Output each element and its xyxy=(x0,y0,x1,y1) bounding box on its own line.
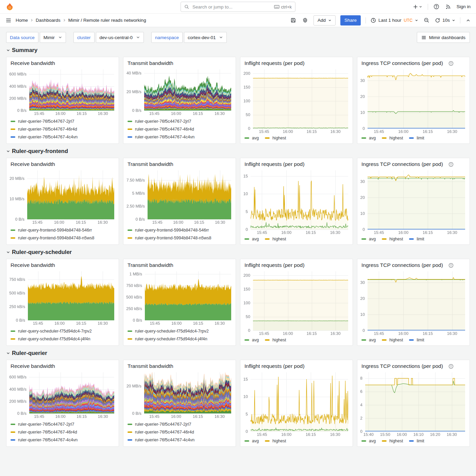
panel-title[interactable]: Transmit bandwidth xyxy=(128,161,173,167)
legend-item[interactable]: avg xyxy=(361,237,376,241)
filter-value-data-source[interactable]: Mimir xyxy=(40,32,66,43)
legend-item[interactable]: limit xyxy=(409,237,424,241)
legend-item[interactable]: ruler-query-frontend-5994b84748-n5ws8 xyxy=(128,234,232,242)
panel-title[interactable]: Inflight requests (per pod) xyxy=(244,161,305,167)
chart-canvas[interactable] xyxy=(8,269,116,326)
panel-title[interactable]: Transmit bandwidth xyxy=(128,363,173,369)
legend-item[interactable]: ruler-query-scheduler-f75d94dc4-j4f4n xyxy=(11,335,115,343)
legend-item[interactable]: limit xyxy=(409,439,424,443)
legend-item[interactable]: highest xyxy=(382,338,403,342)
refresh-picker[interactable]: 10s xyxy=(435,18,455,23)
legend-item[interactable]: ruler-query-scheduler-f75d94dc4-j4f4n xyxy=(128,335,232,343)
panel-title[interactable]: Inflight requests (per pod) xyxy=(244,363,305,369)
settings-gear-icon[interactable] xyxy=(302,17,309,24)
legend-item[interactable]: avg xyxy=(361,136,376,140)
legend-item[interactable]: ruler-querier-76f5c44767-4c4vn xyxy=(128,133,232,141)
panel-title[interactable]: Receive bandwidth xyxy=(11,363,55,369)
news-icon[interactable] xyxy=(445,3,452,10)
chart-canvas[interactable] xyxy=(125,67,233,117)
panel-title[interactable]: Ingress TCP connections (per pod) xyxy=(361,262,443,268)
menu-icon[interactable] xyxy=(5,17,12,24)
chart-canvas[interactable] xyxy=(359,168,467,236)
breadcrumb-item-home[interactable]: Home xyxy=(16,18,28,23)
info-icon[interactable] xyxy=(448,364,454,369)
legend-item[interactable]: highest xyxy=(265,338,286,342)
legend-item[interactable]: ruler-querier-76f5c44767-2jrl7 xyxy=(11,117,115,125)
panel-title[interactable]: Ingress TCP connections (per pod) xyxy=(361,161,443,167)
info-icon[interactable] xyxy=(448,263,454,268)
collapse-toolbar-icon[interactable] xyxy=(465,17,471,23)
legend-item[interactable]: ruler-query-frontend-5994b84748-546rr xyxy=(128,226,232,234)
info-icon[interactable] xyxy=(448,61,454,66)
legend-item[interactable]: ruler-querier-76f5c44767-46r4d xyxy=(128,125,232,133)
legend-item[interactable]: ruler-query-scheduler-f75d94dc4-7rpv2 xyxy=(128,327,232,335)
chart-canvas[interactable] xyxy=(125,370,233,420)
filter-value-namespace[interactable]: cortex-dev-01 xyxy=(184,32,227,43)
legend-item[interactable]: limit xyxy=(409,136,424,140)
legend-item[interactable]: ruler-querier-76f5c44767-4c4vn xyxy=(11,436,115,444)
grafana-logo[interactable] xyxy=(5,2,14,11)
breadcrumb-item-mimir-remote-ruler-reads-networking[interactable]: Mimir / Remote ruler reads networking xyxy=(68,18,146,23)
panel-title[interactable]: Receive bandwidth xyxy=(11,161,55,167)
legend-item[interactable]: avg xyxy=(244,439,259,443)
legend-item[interactable]: avg xyxy=(244,237,259,241)
filter-value-cluster[interactable]: dev-us-central-0 xyxy=(96,32,144,43)
add-button[interactable]: Add xyxy=(313,15,336,26)
legend-item[interactable]: highest xyxy=(265,136,286,140)
chart-canvas[interactable] xyxy=(359,67,467,135)
sign-in-link[interactable]: Sign in xyxy=(457,4,471,9)
chart-canvas[interactable] xyxy=(8,168,116,225)
legend-item[interactable]: ruler-query-frontend-5994b84748-546rr xyxy=(11,226,115,234)
chart-canvas[interactable] xyxy=(242,370,350,438)
legend-item[interactable]: ruler-querier-76f5c44767-2jrl7 xyxy=(128,117,232,125)
legend-item[interactable]: ruler-querier-76f5c44767-2jrl7 xyxy=(128,420,232,428)
chart-canvas[interactable] xyxy=(125,168,233,225)
row-header-ruler-query-scheduler[interactable]: Ruler-query-scheduler xyxy=(6,249,470,255)
search-box[interactable]: ctrl+k xyxy=(181,2,295,12)
panel-title[interactable]: Inflight requests (per pod) xyxy=(244,60,305,66)
panel-title[interactable]: Ingress TCP connections (per pod) xyxy=(361,60,443,66)
panel-title[interactable]: Receive bandwidth xyxy=(11,60,55,66)
chart-canvas[interactable] xyxy=(242,168,350,236)
legend-item[interactable]: highest xyxy=(382,439,403,443)
chart-canvas[interactable] xyxy=(242,269,350,337)
time-range-picker[interactable]: Last 1 hour UTC xyxy=(371,18,418,23)
panel-title[interactable]: Ingress TCP connections (per pod) xyxy=(361,363,443,369)
legend-item[interactable]: highest xyxy=(265,439,286,443)
chart-canvas[interactable] xyxy=(359,269,467,337)
chart-canvas[interactable] xyxy=(8,67,116,117)
legend-item[interactable]: ruler-querier-76f5c44767-2jrl7 xyxy=(11,420,115,428)
legend-item[interactable]: ruler-query-scheduler-f75d94dc4-7rpv2 xyxy=(11,327,115,335)
panel-title[interactable]: Transmit bandwidth xyxy=(128,60,173,66)
panel-title[interactable]: Transmit bandwidth xyxy=(128,262,173,268)
mimir-dashboards-button[interactable]: Mimir dashboards xyxy=(417,32,470,43)
breadcrumb-item-dashboards[interactable]: Dashboards xyxy=(36,18,61,23)
chart-canvas[interactable] xyxy=(125,269,233,326)
panel-title[interactable]: Receive bandwidth xyxy=(11,262,55,268)
legend-item[interactable]: ruler-query-frontend-5994b84748-n5ws8 xyxy=(11,234,115,242)
row-header-summary[interactable]: Summary xyxy=(6,47,470,53)
row-header-ruler-query-frontend[interactable]: Ruler-query-frontend xyxy=(6,148,470,154)
legend-item[interactable]: ruler-querier-76f5c44767-4c4vn xyxy=(128,436,232,444)
legend-item[interactable]: ruler-querier-76f5c44767-46r4d xyxy=(11,125,115,133)
legend-item[interactable]: avg xyxy=(361,439,376,443)
chart-canvas[interactable] xyxy=(359,370,467,438)
zoom-out-icon[interactable] xyxy=(423,17,430,24)
help-icon[interactable] xyxy=(433,3,440,10)
legend-item[interactable]: highest xyxy=(382,237,403,241)
legend-item[interactable]: highest xyxy=(382,136,403,140)
row-header-ruler-querier[interactable]: Ruler-querier xyxy=(6,350,470,356)
legend-item[interactable]: avg xyxy=(361,338,376,342)
legend-item[interactable]: ruler-querier-76f5c44767-46r4d xyxy=(11,428,115,436)
share-button[interactable]: Share xyxy=(340,15,361,26)
search-input[interactable] xyxy=(192,4,271,10)
legend-item[interactable]: ruler-querier-76f5c44767-4c4vn xyxy=(11,133,115,141)
new-button[interactable] xyxy=(412,3,423,10)
chart-canvas[interactable] xyxy=(8,370,116,420)
legend-item[interactable]: limit xyxy=(409,338,424,342)
panel-title[interactable]: Inflight requests (per pod) xyxy=(244,262,305,268)
legend-item[interactable]: highest xyxy=(265,237,286,241)
legend-item[interactable]: ruler-querier-76f5c44767-46r4d xyxy=(128,428,232,436)
legend-item[interactable]: avg xyxy=(244,338,259,342)
chart-canvas[interactable] xyxy=(242,67,350,135)
